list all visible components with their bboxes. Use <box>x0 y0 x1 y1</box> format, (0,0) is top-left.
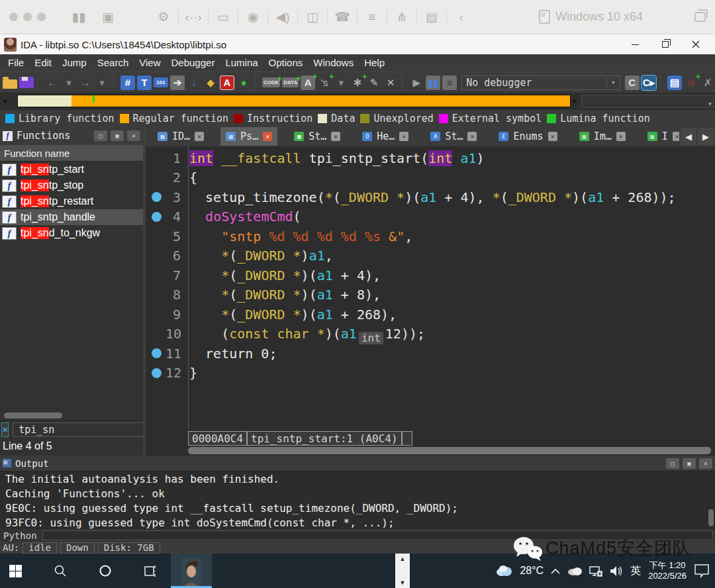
code-line[interactable]: 7 *(_DWORD *)(a1 + 4), <box>146 266 715 285</box>
tab-close-icon[interactable]: ✕ <box>399 132 408 141</box>
background-scrollbar[interactable]: ▲ ▼ <box>395 554 410 588</box>
search-binary-icon[interactable]: 101 <box>154 77 168 87</box>
ime-indicator[interactable]: 英 <box>630 564 641 578</box>
network-icon[interactable] <box>589 565 602 577</box>
clipboard-icon[interactable]: ▤ <box>417 0 446 34</box>
output-line[interactable]: 9E0C: using guessed type int __fastcall … <box>5 501 710 516</box>
code-text[interactable]: doSystemCmd( <box>185 209 301 224</box>
traffic-lights[interactable] <box>9 13 46 21</box>
navband-ok-icon[interactable]: ● <box>236 75 251 90</box>
jump-icon[interactable]: ↓ <box>187 75 201 90</box>
cortana-icon[interactable] <box>90 554 120 588</box>
menu-item-view[interactable]: View <box>134 54 166 72</box>
combo-caret-icon[interactable]: ▾ <box>606 78 616 87</box>
function-row[interactable]: ftpi_snd_to_nkgw <box>0 225 143 241</box>
breakpoint-icon[interactable]: ⍾+ <box>684 75 698 90</box>
function-row[interactable]: ftpi_sntp_start <box>0 162 143 177</box>
vm-windows-icon[interactable] <box>694 12 706 22</box>
script-notebook-icon[interactable]: ▤ <box>667 75 682 90</box>
code-text[interactable]: *(_DWORD *)(a1 + 4), <box>185 268 381 283</box>
onedrive-icon[interactable] <box>567 566 582 575</box>
tab-close-icon[interactable]: ✕ <box>195 132 204 141</box>
function-name-header[interactable]: Function name <box>0 145 143 162</box>
filter-clear-button[interactable]: ✕ <box>1 422 9 437</box>
string-dropdown-icon[interactable]: ▾ <box>334 75 348 90</box>
tab-st[interactable]: ASt…✕ <box>425 127 482 146</box>
volume-icon[interactable] <box>610 565 623 577</box>
sound-icon[interactable]: ◀) <box>268 0 297 34</box>
function-row[interactable]: ftpi_sntp_stop <box>0 177 143 193</box>
panel-undock-icon[interactable]: ▣ <box>111 130 124 141</box>
filter-input[interactable] <box>13 422 151 437</box>
navband-scroll-right-icon[interactable]: ▸ <box>573 96 577 105</box>
settings-wrench-icon[interactable]: ⚙ <box>149 0 178 34</box>
functions-hscrollbar[interactable] <box>0 410 143 420</box>
panel-close-icon[interactable]: ✕ <box>127 130 140 141</box>
code-line[interactable]: 4 doSystemCmd( <box>146 207 715 227</box>
tab-close-icon[interactable]: ✕ <box>331 132 340 141</box>
code-text[interactable]: { <box>185 170 197 185</box>
search-icon[interactable] <box>45 554 75 588</box>
delete-icon[interactable]: ✕ <box>383 75 398 90</box>
navband-data-segment[interactable] <box>18 95 72 107</box>
close-button[interactable] <box>681 34 711 54</box>
scroll-down-icon[interactable]: ▼ <box>400 579 406 586</box>
back-dropdown-icon[interactable]: ▾ <box>62 75 76 90</box>
usb-icon[interactable]: ⋔ <box>387 0 416 34</box>
make-code-icon[interactable]: CODE+ <box>262 77 280 87</box>
output-panel-title[interactable]: Output □ ▣ ✕ <box>0 456 715 471</box>
search-address-icon[interactable]: # <box>120 75 135 90</box>
menu-item-debugger[interactable]: Debugger <box>166 54 220 72</box>
code-text[interactable]: *(_DWORD *)(a1 + 8), <box>185 287 381 303</box>
output-log[interactable]: The initial autoanalysis has been finish… <box>0 471 715 529</box>
code-text[interactable]: } <box>185 365 197 381</box>
code-text[interactable]: "sntp %d %d %d %d %s &", <box>185 228 412 244</box>
tab-st[interactable]: ▦St…✕ <box>289 127 346 146</box>
debugger-stop-icon[interactable]: ■ <box>442 75 457 90</box>
lumina-flashlight-icon[interactable]: ◆ <box>203 75 218 90</box>
tray-expand-icon[interactable] <box>551 568 560 574</box>
debugger-combo[interactable]: No debugger ▾ <box>461 75 620 90</box>
output-undock-icon[interactable]: ▣ <box>683 458 696 469</box>
code-line[interactable]: 6 *(_DWORD *)a1, <box>146 246 715 266</box>
code-line[interactable]: 2{ <box>146 168 715 188</box>
navigation-band[interactable] <box>17 95 571 107</box>
server-icon[interactable]: ≡ <box>358 0 387 34</box>
menu-item-file[interactable]: File <box>3 54 29 72</box>
navband-regular-function-segment[interactable] <box>72 95 570 107</box>
pseudocode-view[interactable]: 1int __fastcall tpi_sntp_start(int a1)2{… <box>146 146 715 429</box>
code-line[interactable]: 1int __fastcall tpi_sntp_start(int a1) <box>146 148 715 168</box>
hard-disk-icon[interactable]: ▭ <box>209 0 238 34</box>
tab-he[interactable]: OHe…✕ <box>357 127 414 146</box>
code-line[interactable]: 9 *(_DWORD *)(a1 + 268), <box>146 305 715 324</box>
action-center-icon[interactable] <box>694 564 710 578</box>
phone-icon[interactable]: ☎ <box>328 0 357 34</box>
temperature-label[interactable]: 28°C <box>520 565 544 577</box>
code-line[interactable]: 5 "sntp %d %d %d %d %s &", <box>146 226 715 246</box>
forward-dropdown-icon[interactable]: ▾ <box>95 75 109 90</box>
menu-item-jump[interactable]: Jump <box>57 54 92 72</box>
code-line[interactable]: 8 *(_DWORD *)(a1 + 8), <box>146 285 715 305</box>
webcam-icon[interactable]: ◉ <box>238 0 267 34</box>
menu-item-help[interactable]: Help <box>359 54 390 72</box>
code-text[interactable]: *(_DWORD *)(a1 + 268), <box>185 307 397 322</box>
detach-icon[interactable]: ✗ <box>700 75 715 90</box>
code-text[interactable]: return 0; <box>185 346 277 362</box>
restore-button[interactable] <box>650 34 681 54</box>
zoom-window-icon[interactable] <box>37 13 46 21</box>
output-vscrollbar[interactable] <box>708 509 714 526</box>
tabs-scroll-right-icon[interactable]: ▶ <box>698 128 714 145</box>
clock[interactable]: 下午 1:20 2022/5/26 <box>648 560 687 581</box>
minimize-window-icon[interactable] <box>23 13 32 21</box>
output-line[interactable]: 93FC0: using guessed type int doSystemCm… <box>5 516 710 530</box>
attach-c-icon[interactable]: C <box>625 75 640 90</box>
menu-item-search[interactable]: Search <box>92 54 134 72</box>
problems-icon[interactable]: A <box>220 75 234 90</box>
menu-item-options[interactable]: Options <box>263 54 309 72</box>
functions-panel-title[interactable]: f Functions □ ▣ ✕ <box>0 126 143 145</box>
open-file-icon[interactable] <box>3 79 17 89</box>
line-marker-dot[interactable] <box>152 192 162 202</box>
debugger-play-icon[interactable]: ▶ <box>409 75 424 90</box>
tab-close-icon[interactable]: ✕ <box>467 132 477 141</box>
search-text-icon[interactable]: T <box>137 75 152 90</box>
